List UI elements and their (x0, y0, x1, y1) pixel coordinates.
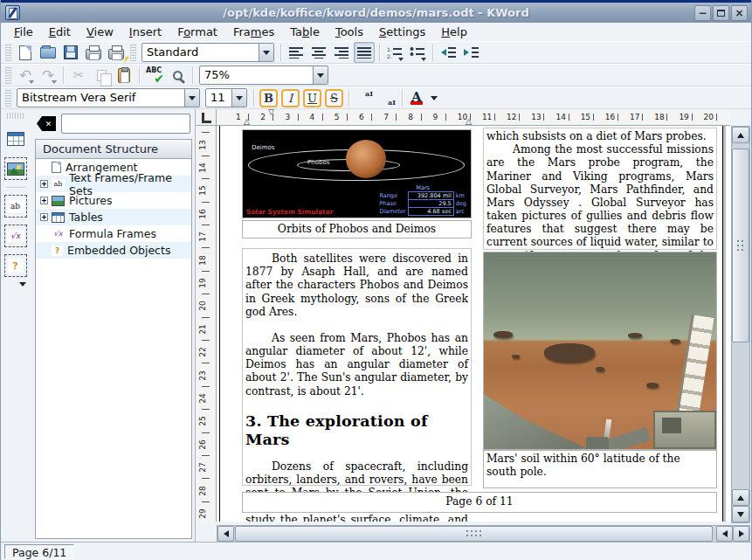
font-size-combo[interactable]: 11 (205, 88, 247, 107)
document-page[interactable]: Deimos Phobos Solar System Simulator Mar… (219, 126, 723, 522)
tree-item-embedded-objects[interactable]: ? Embedded Objects (36, 242, 191, 259)
strikethrough-button[interactable]: S (325, 89, 343, 107)
save-button[interactable] (60, 42, 81, 63)
print-preview-button[interactable] (106, 42, 127, 63)
toolbar-drag-handle[interactable] (5, 89, 11, 107)
menu-settings[interactable]: Settings (371, 24, 433, 40)
insert-object-button[interactable]: ? (4, 254, 27, 277)
increase-indent-button[interactable] (460, 42, 481, 63)
orbits-caption-frame[interactable]: Orbits of Phobos and Deimos (242, 220, 472, 239)
toolbar-overflow-arrow[interactable] (19, 282, 26, 287)
horizontal-scrollbar[interactable] (217, 525, 750, 543)
menu-format[interactable]: Format (169, 24, 225, 40)
minimize-button[interactable]: − (694, 5, 711, 21)
toolbar-separator (139, 66, 140, 84)
tree-item-tables[interactable]: Tables (36, 209, 191, 225)
document-canvas[interactable]: Deimos Phobos Solar System Simulator Mar… (217, 126, 731, 522)
scroll-left-button-2[interactable] (716, 526, 733, 542)
solar-system-simulator-image[interactable]: Deimos Phobos Solar System Simulator Mar… (242, 129, 472, 218)
combo-dropdown-button[interactable] (231, 89, 246, 107)
align-center-button[interactable] (308, 42, 329, 63)
combo-dropdown-button[interactable] (313, 66, 328, 84)
numbered-list-button[interactable]: 1.2. (384, 42, 405, 63)
italic-button[interactable]: I (281, 89, 300, 107)
left-text-frame[interactable]: Both satellites were discovered in 1877 … (242, 248, 472, 486)
underline-button[interactable]: U (303, 89, 321, 107)
mars-surface-photo[interactable] (483, 252, 717, 450)
menu-table[interactable]: Table (282, 24, 328, 40)
toolbar-drag-handle[interactable] (5, 66, 11, 84)
tree-item-text-frames[interactable]: ab Text Frames/Frame Sets (36, 176, 191, 192)
structure-filter-input[interactable] (61, 114, 190, 134)
right-text-frame[interactable]: which subsists on a diet of Mars probes.… (483, 128, 717, 250)
menu-tools[interactable]: Tools (328, 24, 371, 40)
titlebar[interactable]: /opt/kde/koffice/kword/demos/mars.odt - … (1, 0, 751, 23)
vertical-scrollbar-thumb[interactable] (732, 149, 749, 342)
undo-button[interactable]: ↶ (15, 65, 36, 86)
soil-caption-frame[interactable]: Mars' soil within 60° latitude of the so… (483, 450, 717, 488)
cut-button[interactable]: ✂ (68, 65, 89, 86)
scroll-down-button[interactable] (732, 506, 749, 522)
maximize-button[interactable] (713, 5, 729, 21)
zoom-tool-button[interactable] (167, 65, 188, 86)
paste-button[interactable] (114, 65, 135, 86)
ruler-corner-tab-selector[interactable] (196, 109, 217, 126)
menu-frames[interactable]: Frames (225, 24, 282, 40)
page-footer-frame[interactable]: Page 6 of 11 (242, 492, 717, 513)
insert-formula-button[interactable]: √x (4, 225, 27, 247)
toolbar-drag-handle[interactable] (5, 44, 11, 61)
expander-plus-icon[interactable] (40, 197, 48, 204)
combo-dropdown-button[interactable] (259, 44, 273, 61)
menu-help[interactable]: Help (433, 24, 475, 40)
menu-file[interactable]: File (6, 24, 41, 40)
h-ruler[interactable]: 1234567891011121314151617181920 △ ▽ △ (217, 109, 730, 126)
open-button[interactable] (38, 42, 59, 63)
print-button[interactable] (83, 42, 104, 63)
insert-picture-button[interactable] (4, 157, 27, 180)
kword-window: /opt/kde/koffice/kword/demos/mars.odt - … (0, 0, 752, 560)
subscript-button[interactable]: AaI (376, 87, 397, 108)
vertical-scrollbar[interactable] (731, 126, 750, 523)
font-color-dropdown-arrow[interactable] (431, 96, 438, 100)
copy-button[interactable] (91, 65, 112, 86)
clear-filter-button[interactable]: ✕ (37, 116, 56, 131)
combo-dropdown-button[interactable] (184, 89, 199, 107)
v-ruler[interactable]: 121314151617181920212223242526272829 (196, 126, 217, 522)
font-color-button[interactable]: A (407, 88, 426, 107)
tree-item-formula-frames[interactable]: √x Formula Frames (36, 225, 191, 242)
arrow-down-icon (737, 512, 744, 517)
font-family-combo[interactable]: Bitstream Vera Serif (17, 88, 200, 107)
expander-plus-icon[interactable] (40, 213, 48, 221)
align-justify-button[interactable] (354, 42, 375, 63)
bold-button[interactable]: B (259, 89, 278, 107)
menu-view[interactable]: View (79, 24, 121, 40)
first-line-indent-marker[interactable]: ▽ (268, 109, 274, 116)
toolbar-drag-handle[interactable] (130, 44, 136, 61)
zoom-combo[interactable]: 75% (199, 66, 328, 85)
scroll-up-button[interactable] (732, 127, 749, 143)
align-left-button[interactable] (286, 42, 307, 63)
printer-icon (86, 49, 101, 59)
toolbar-drag-handle[interactable] (7, 113, 24, 119)
close-button[interactable]: × (731, 5, 748, 21)
menu-edit[interactable]: Edit (41, 24, 79, 40)
menu-insert[interactable]: Insert (121, 24, 169, 40)
superscript-button[interactable]: AaI (354, 87, 375, 108)
phobos-label: Phobos (307, 159, 329, 166)
expander-plus-icon[interactable] (40, 180, 48, 188)
scroll-right-button[interactable] (733, 526, 749, 542)
insert-table-button[interactable] (4, 128, 27, 150)
scroll-up-button-2[interactable] (732, 489, 749, 506)
right-indent-marker[interactable]: △ (466, 118, 472, 126)
redo-button[interactable]: ↷ (38, 65, 59, 86)
new-document-button[interactable] (15, 42, 36, 63)
horizontal-scrollbar-thumb[interactable] (235, 526, 713, 542)
decrease-indent-button[interactable] (438, 42, 459, 63)
align-right-button[interactable] (331, 42, 352, 63)
scroll-left-button[interactable] (217, 526, 234, 542)
insert-text-frame-button[interactable]: ab (4, 195, 27, 218)
spellcheck-button[interactable]: ABC✔ (144, 65, 165, 86)
left-indent-marker[interactable]: △ (244, 118, 250, 126)
paragraph-style-combo[interactable]: Standard (141, 43, 274, 62)
bullet-list-button[interactable] (407, 42, 428, 63)
